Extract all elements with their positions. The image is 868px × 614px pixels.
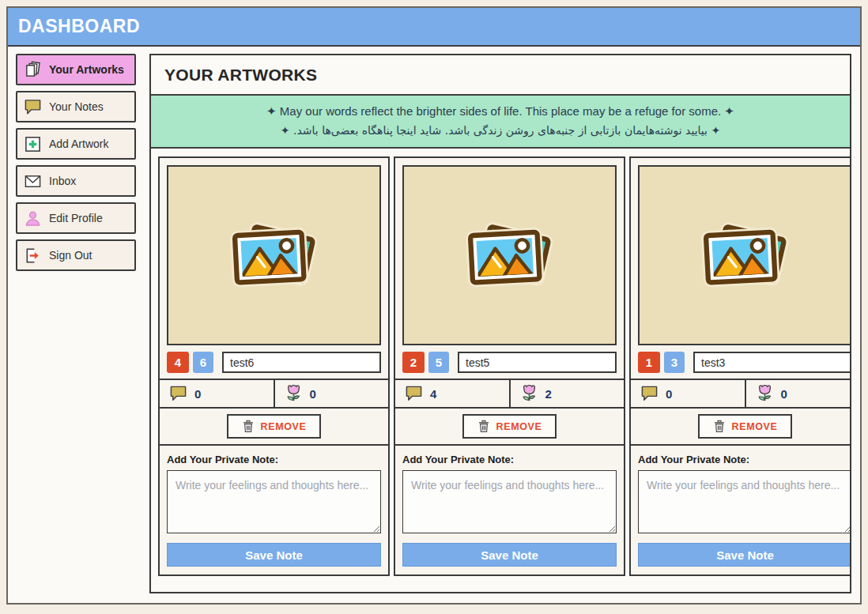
flowers-stat: 2 <box>509 380 625 407</box>
note-label: Add Your Private Note: <box>402 454 617 465</box>
artwork-image-frame <box>638 165 851 345</box>
artwork-card: 1 3 0 0 <box>629 156 851 576</box>
sidebar-item-add-artwork[interactable]: Add Artwork <box>16 128 136 160</box>
blue-count-badge: 6 <box>193 352 213 373</box>
red-count-badge: 2 <box>402 352 425 373</box>
save-note-button[interactable]: Save Note <box>167 543 381 567</box>
trash-icon <box>242 420 255 433</box>
blue-count-badge: 3 <box>664 352 685 373</box>
app-title: DASHBOARD <box>18 16 140 36</box>
quote-banner: ✦ May our words reflect the brighter sid… <box>151 96 850 149</box>
badge-row: 1 3 <box>638 352 851 373</box>
blue-count-badge: 5 <box>428 352 449 373</box>
quote-line-english: ✦ May our words reflect the brighter sid… <box>167 103 834 120</box>
remove-row: REMOVE <box>160 409 388 446</box>
trash-icon <box>477 420 490 433</box>
sidebar: Your Artworks Your Notes Add Artwork Inb… <box>16 54 136 593</box>
sign-out-arrow-icon <box>24 247 42 265</box>
note-label: Add Your Private Note: <box>638 454 851 465</box>
person-icon <box>24 209 42 228</box>
sidebar-item-label: Your Notes <box>49 100 104 113</box>
note-label: Add Your Private Note: <box>167 454 381 465</box>
content-area: Your Artworks Your Notes Add Artwork Inb… <box>8 47 860 603</box>
artwork-card: 2 5 4 2 <box>394 156 625 576</box>
artwork-title-input[interactable] <box>693 352 851 373</box>
red-count-badge: 1 <box>638 352 660 373</box>
stats-row: 0 0 <box>631 379 851 409</box>
artwork-card: 4 6 0 0 <box>158 156 390 576</box>
private-note-section: Add Your Private Note: Save Note <box>160 446 388 574</box>
stats-row: 4 2 <box>395 379 624 409</box>
app-header: DASHBOARD <box>8 8 860 47</box>
artwork-grid: 4 6 0 0 <box>151 149 850 592</box>
image-placeholder-icon <box>460 213 560 298</box>
flowers-stat: 0 <box>745 380 852 407</box>
add-plus-icon <box>24 135 42 153</box>
note-textarea[interactable] <box>638 470 851 533</box>
artwork-title-input[interactable] <box>458 352 617 373</box>
tulip-icon <box>756 384 774 403</box>
save-note-button[interactable]: Save Note <box>402 543 617 567</box>
flowers-stat: 0 <box>274 380 389 407</box>
sidebar-item-your-artworks[interactable]: Your Artworks <box>16 54 136 85</box>
speech-bubble-icon <box>24 98 42 116</box>
artwork-image-frame <box>402 165 617 345</box>
remove-button[interactable]: REMOVE <box>698 414 793 439</box>
flower-count: 2 <box>545 387 552 401</box>
comments-stat: 4 <box>395 380 509 407</box>
tulip-icon <box>520 384 538 403</box>
artwork-image-frame <box>167 165 381 345</box>
pages-icon <box>24 61 42 79</box>
remove-button[interactable]: REMOVE <box>462 414 557 439</box>
sidebar-item-label: Sign Out <box>49 249 92 262</box>
badge-row: 2 5 <box>402 352 617 373</box>
comment-count: 4 <box>430 387 436 401</box>
sidebar-item-label: Your Artworks <box>49 63 124 76</box>
comment-icon <box>405 384 423 403</box>
envelope-icon <box>24 172 42 190</box>
dashboard-window: DASHBOARD Your Artworks Your Notes Add A… <box>6 6 862 605</box>
sidebar-item-label: Edit Profile <box>49 212 103 224</box>
flower-count: 0 <box>781 387 787 401</box>
badge-row: 4 6 <box>167 352 381 373</box>
comment-icon <box>640 384 659 403</box>
comment-count: 0 <box>194 387 201 401</box>
trash-icon <box>713 420 726 433</box>
sidebar-item-your-notes[interactable]: Your Notes <box>16 91 136 122</box>
main-panel: YOUR ARTWORKS ✦ May our words reflect th… <box>149 54 851 593</box>
tulip-icon <box>285 384 303 403</box>
comments-stat: 0 <box>631 380 745 407</box>
remove-row: REMOVE <box>395 409 624 446</box>
comment-count: 0 <box>666 387 672 401</box>
sidebar-item-label: Inbox <box>49 175 76 187</box>
stats-row: 0 0 <box>160 379 388 409</box>
comment-icon <box>169 384 187 403</box>
private-note-section: Add Your Private Note: Save Note <box>395 446 624 574</box>
sidebar-item-label: Add Artwork <box>49 137 108 150</box>
image-placeholder-icon <box>696 213 795 298</box>
page-title: YOUR ARTWORKS <box>151 55 850 96</box>
note-textarea[interactable] <box>402 470 617 533</box>
save-note-button[interactable]: Save Note <box>638 543 851 567</box>
remove-row: REMOVE <box>631 409 851 446</box>
flower-count: 0 <box>310 387 316 401</box>
red-count-badge: 4 <box>167 352 189 373</box>
sidebar-item-edit-profile[interactable]: Edit Profile <box>16 202 136 234</box>
comments-stat: 0 <box>160 380 274 407</box>
sidebar-item-inbox[interactable]: Inbox <box>16 165 136 197</box>
remove-button[interactable]: REMOVE <box>227 414 322 439</box>
note-textarea[interactable] <box>167 470 381 533</box>
artwork-title-input[interactable] <box>222 352 381 373</box>
image-placeholder-icon <box>225 213 324 298</box>
sidebar-item-sign-out[interactable]: Sign Out <box>16 239 136 271</box>
quote-line-persian: ✦ بیایید نوشته‌هایمان بازتابی از جنبه‌ها… <box>167 122 834 139</box>
private-note-section: Add Your Private Note: Save Note <box>631 446 851 574</box>
